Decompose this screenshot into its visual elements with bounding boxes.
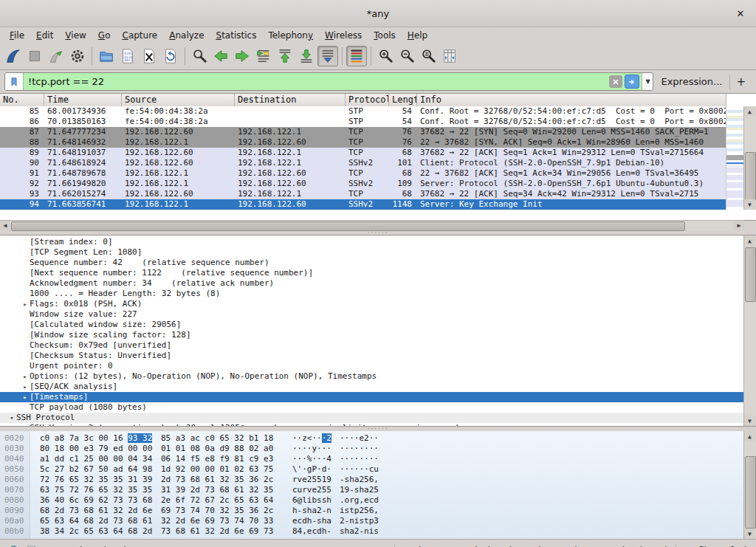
details-vscrollbar[interactable]: ▲ ▼ [743,235,756,426]
hex-row-0040[interactable]: 0040a1 dd c1 25 00 00 04 3406 14 f5 e8 f… [4,454,744,464]
packet-row-85[interactable]: 8568.001734936fe:54:00:d4:38:2aSTP54Conf… [0,106,726,117]
hex-row-00b0[interactable]: 00b038 34 2c 65 63 64 68 2d73 68 61 32 2… [4,526,744,537]
display-filter-input[interactable] [24,73,609,90]
column-header-source[interactable]: Source [122,94,235,106]
scroll-left-icon[interactable]: ◀ [0,221,10,230]
hex-row-0030[interactable]: 003080 18 00 e3 79 ed 00 0001 01 08 0a d… [4,444,744,454]
hscroll-thumb[interactable] [11,221,685,231]
menu-telephony[interactable]: Telephony [263,29,318,42]
column-header-destination[interactable]: Destination [235,94,346,106]
find-packet-button[interactable] [189,46,210,66]
restart-capture-button[interactable] [46,46,66,66]
menu-analyze[interactable]: Analyze [164,29,209,42]
hex-row-0070[interactable]: 007063 75 72 76 65 32 35 3531 39 2d 73 6… [4,485,744,495]
detail-row[interactable]: Sequence number: 42 (relative sequence n… [0,258,744,268]
expander-closed-icon[interactable]: ▸ [21,299,30,309]
detail-row[interactable]: TCP payload (1080 bytes) [0,402,744,413]
capture-options-button[interactable] [67,46,88,66]
menu-file[interactable]: File [4,29,30,42]
packet-row-91[interactable]: 9171.648789678192.168.122.1192.168.122.6… [0,168,726,179]
column-header-length[interactable]: Length [389,94,417,106]
start-capture-button[interactable] [3,46,24,66]
scroll-up-icon[interactable]: ▲ [744,106,755,117]
column-header-info[interactable]: Info [417,94,726,106]
go-bottom-button[interactable] [296,46,317,66]
detail-row[interactable]: ▸Options: (12 bytes), No-Operation (NOP)… [0,371,744,382]
menu-go[interactable]: Go [93,29,116,42]
filter-clear-button[interactable] [609,75,622,88]
expander-closed-icon[interactable]: ▸ [21,382,30,392]
expression-button[interactable]: Expression... [658,76,725,87]
packet-row-86[interactable]: 8670.013850163fe:54:00:d4:38:2aSTP54Conf… [0,117,726,127]
hex-row-0050[interactable]: 00505c 27 b2 67 50 ad 64 981d 92 00 00 0… [4,464,744,475]
packet-row-92[interactable]: 9271.661949820192.168.122.1192.168.122.6… [0,179,726,189]
close-file-button[interactable] [139,46,159,66]
detail-row[interactable]: ▾SSH Protocol [0,413,744,423]
scroll-right-icon[interactable]: ▶ [734,221,744,230]
hex-row-0080[interactable]: 008036 40 6c 69 62 73 73 682e 6f 72 67 2… [4,495,744,506]
expander-closed-icon[interactable]: ▸ [21,392,30,402]
vscroll-thumb[interactable] [745,152,756,201]
packet-row-90[interactable]: 9071.648618924192.168.122.60192.168.122.… [0,158,726,168]
save-file-button[interactable]: 010101100011 [117,46,138,66]
detail-row[interactable]: ▸[SEQ/ACK analysis] [0,382,744,392]
detail-row[interactable]: 1000 .... = Header Length: 32 bytes (8) [0,289,744,299]
expander-open-icon[interactable]: ▾ [7,413,16,423]
detail-row[interactable]: [Next sequence number: 1122 (relative se… [0,268,744,278]
scroll-down-icon[interactable]: ▼ [744,199,755,210]
expander-closed-icon[interactable]: ▸ [21,371,30,382]
reload-file-button[interactable] [160,46,181,66]
go-forward-button[interactable] [232,46,252,66]
scroll-down-icon[interactable]: ▼ [744,416,755,426]
bytes-vscrollbar[interactable]: ▲ ▼ [743,431,756,539]
detail-row[interactable]: [TCP Segment Len: 1080] [0,247,744,258]
intelligent-scrollbar-minimap[interactable] [726,106,744,210]
menu-edit[interactable]: Edit [31,29,58,42]
detail-row[interactable]: ▸SSH Version 2 (encryption:chacha20-poly… [0,423,744,427]
menu-help[interactable]: Help [402,29,433,42]
column-header-protocol[interactable]: Protocol [346,94,389,106]
go-top-button[interactable] [275,46,295,66]
hex-row-00a0[interactable]: 00a065 63 64 68 2d 73 68 6132 2d 6e 69 7… [4,516,744,526]
filter-apply-button[interactable] [625,75,639,89]
detail-row[interactable]: Acknowledgment number: 34 (relative ack … [0,278,744,289]
detail-row[interactable]: Window size value: 227 [0,309,744,320]
auto-scroll-button[interactable] [317,46,338,66]
detail-row[interactable]: [Checksum Status: Unverified] [0,351,744,361]
expander-closed-icon[interactable]: ▸ [21,423,30,427]
menu-view[interactable]: View [60,29,91,42]
menu-wireless[interactable]: Wireless [320,29,367,42]
detail-row[interactable]: ▸[Timestamps] [0,392,744,402]
detail-row[interactable]: [Calculated window size: 29056] [0,320,744,330]
expert-info-button[interactable] [6,543,21,547]
menu-capture[interactable]: Capture [117,29,162,42]
hex-row-0020[interactable]: 0020c0 a8 7a 3c 00 16 93 3285 a3 ac c0 6… [4,433,744,444]
detail-row[interactable]: Urgent pointer: 0 [0,361,744,371]
filter-history-dropdown[interactable]: ▼ [642,73,653,90]
add-filter-button[interactable]: + [729,75,752,89]
colorize-button[interactable] [346,46,367,66]
scroll-down-icon[interactable]: ▼ [744,529,755,539]
packet-row-93[interactable]: 9371.662015274192.168.122.60192.168.122.… [0,189,726,199]
go-back-button[interactable] [210,46,231,66]
column-header-time[interactable]: Time [44,94,122,106]
packet-row-87[interactable]: 8771.647777234192.168.122.60192.168.122.… [0,127,726,137]
detail-row[interactable]: [Window size scaling factor: 128] [0,330,744,340]
open-file-button[interactable] [96,46,117,66]
capture-comment-button[interactable] [24,543,38,547]
packet-row-88[interactable]: 8871.648146932192.168.122.1192.168.122.6… [0,137,726,148]
column-header-no[interactable]: No. [0,94,44,106]
detail-row[interactable]: Checksum: 0x79ed [unverified] [0,340,744,351]
hex-row-0090[interactable]: 009068 2d 73 68 61 32 2d 6e69 73 74 70 3… [4,506,744,516]
menu-tools[interactable]: Tools [368,29,401,42]
packet-row-94[interactable]: 9471.663856741192.168.122.1192.168.122.6… [0,199,726,210]
resize-columns-button[interactable] [439,46,460,66]
detail-row[interactable]: ▸Flags: 0x018 (PSH, ACK) [0,299,744,309]
go-to-packet-button[interactable] [253,46,274,66]
zoom-in-button[interactable] [375,46,396,66]
scroll-up-icon[interactable]: ▲ [744,235,755,246]
zoom-out-button[interactable] [396,46,417,66]
close-icon[interactable]: ✕ [734,7,747,20]
zoom-100-button[interactable] [418,46,439,66]
detail-row[interactable]: [Stream index: 0] [0,237,744,247]
